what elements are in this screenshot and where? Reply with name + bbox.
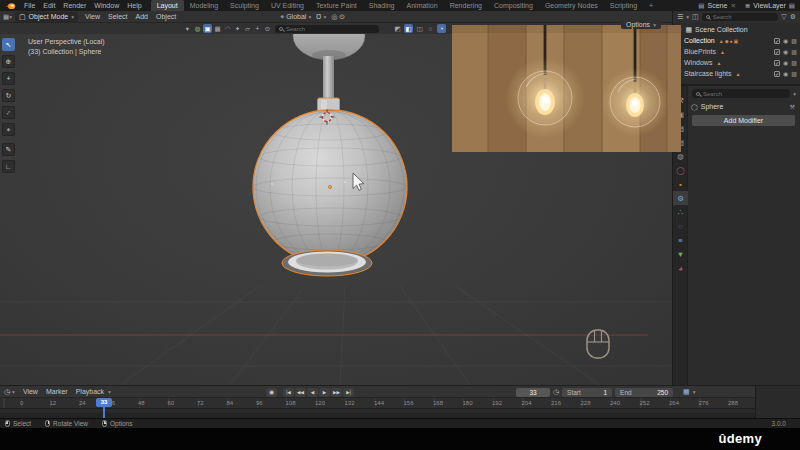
outliner-row-scene-collection[interactable]: ▼ ▦ Scene Collection xyxy=(673,24,800,35)
workspace-tab[interactable]: Shading xyxy=(363,0,401,11)
snap-toggle[interactable]: Ω ▾ xyxy=(316,13,326,20)
chevron-down-icon[interactable]: ▾ xyxy=(693,389,696,395)
tab-material[interactable]: ◕ xyxy=(673,261,688,275)
visibility-extras-icon[interactable]: ⊙ xyxy=(263,24,272,33)
viewport-search-input[interactable]: Search xyxy=(275,25,379,33)
checkbox-icon[interactable]: ✓ xyxy=(774,60,780,66)
tab-world[interactable]: ◯ xyxy=(673,163,688,177)
outliner-collection-icon[interactable]: ◫ xyxy=(692,13,699,21)
shading-wireframe-icon[interactable]: ○ xyxy=(426,24,435,33)
outliner-row[interactable]: Staircase lights ▲ ✓ ◉ ▨ xyxy=(673,68,800,79)
tab-modifiers[interactable]: ⚙ xyxy=(673,191,688,205)
workspace-tab[interactable]: Texture Paint xyxy=(310,0,363,11)
timeline-editor-type[interactable]: ◷ ▾ xyxy=(4,388,15,396)
viewport-menu-item[interactable]: View xyxy=(81,13,104,20)
filter-funnel-icon[interactable]: ▽ xyxy=(781,13,786,21)
tab-physics[interactable]: ◌ xyxy=(673,219,688,233)
outliner-display-icon[interactable]: ☰ xyxy=(677,13,683,21)
viewport-options-button[interactable]: Options ▾ xyxy=(621,20,661,29)
shading-solid-icon[interactable]: ◔ xyxy=(437,24,446,33)
current-frame-field[interactable]: 33 xyxy=(516,388,550,397)
camera-visibility-icon[interactable]: ▨ xyxy=(791,48,797,55)
properties-search-input[interactable]: Search xyxy=(692,89,790,98)
start-frame-field[interactable]: Start 1 xyxy=(562,388,612,397)
workspace-tab[interactable]: Geometry Nodes xyxy=(539,0,604,11)
menu-item[interactable]: Edit xyxy=(39,0,59,11)
play-button[interactable]: ▶ xyxy=(319,388,330,397)
workspace-tab[interactable]: + xyxy=(643,0,659,11)
menu-item[interactable]: Window xyxy=(90,0,123,11)
visibility-curve-icon[interactable]: ◠ xyxy=(223,24,232,33)
play-reverse-button[interactable]: ◀ xyxy=(307,388,318,397)
tool-move[interactable]: + xyxy=(2,72,15,85)
tool-annotate[interactable]: ✎ xyxy=(2,143,15,156)
workspace-tab[interactable]: Rendering xyxy=(444,0,488,11)
tab-object-data[interactable]: ▼ xyxy=(673,247,688,261)
viewport-menu-item[interactable]: Select xyxy=(104,13,131,20)
auto-keying-button[interactable]: ◉ xyxy=(266,388,277,397)
eye-icon[interactable]: ◉ xyxy=(783,48,788,55)
outliner-row[interactable]: BluePrints ▲ ✓ ◉ ▨ xyxy=(673,46,800,57)
workspace-tab[interactable]: Animation xyxy=(401,0,444,11)
checkbox-icon[interactable]: ✓ xyxy=(774,71,780,77)
visibility-mesh-icon[interactable]: ▦ xyxy=(213,24,222,33)
camera-visibility-icon[interactable]: ▨ xyxy=(791,70,797,77)
tab-particles[interactable]: ∴ xyxy=(673,205,688,219)
prev-keyframe-button[interactable]: ◀◀ xyxy=(295,388,306,397)
overlays-toggle-icon[interactable]: ◧ xyxy=(404,24,413,33)
timeline-ruler[interactable]: 0122436486072849610812013214415616818019… xyxy=(0,398,755,408)
checkbox-icon[interactable]: ✓ xyxy=(774,38,780,44)
tool-scale[interactable]: ↕ xyxy=(2,106,15,119)
timeline-menu-item[interactable]: Marker xyxy=(42,388,72,395)
menu-item[interactable]: Help xyxy=(123,0,145,11)
camera-visibility-icon[interactable]: ▨ xyxy=(791,59,797,66)
tool-rotate[interactable]: ↻ xyxy=(2,89,15,102)
viewport-menu-item[interactable]: Object xyxy=(152,13,180,20)
timeline-menu-item[interactable]: View xyxy=(19,388,42,395)
workspace-tab[interactable]: Layout xyxy=(151,0,184,11)
tool-select-box[interactable]: ↖ xyxy=(2,38,15,51)
viewport-menu-item[interactable]: Add xyxy=(132,13,152,20)
scene-name[interactable]: Scene xyxy=(708,2,728,9)
lamp-model[interactable] xyxy=(253,34,407,276)
tab-object[interactable]: ▪ xyxy=(673,177,688,191)
jump-to-end-button[interactable]: ▶| xyxy=(343,388,354,397)
editor-type-chevron-icon[interactable]: ▾ xyxy=(9,14,12,20)
menu-item[interactable]: File xyxy=(20,0,39,11)
tab-constraints[interactable]: ≡ xyxy=(673,233,688,247)
camera-visibility-icon[interactable]: ▨ xyxy=(791,37,797,44)
workspace-tab[interactable]: Scripting xyxy=(604,0,643,11)
outliner-row[interactable]: Collection ▲◆●▣ ✓ ◉ ▨ xyxy=(673,35,800,46)
workspace-tab[interactable]: Compositing xyxy=(488,0,539,11)
tool-transform[interactable]: ⌖ xyxy=(2,123,15,136)
eye-icon[interactable]: ◉ xyxy=(783,70,788,77)
tool-cursor[interactable]: ⊕ xyxy=(2,55,15,68)
workspace-tab[interactable]: Modeling xyxy=(184,0,224,11)
proportional-editing-toggle[interactable]: ◎ ⊙ xyxy=(331,13,345,21)
outliner-options-icon[interactable]: ⚙ xyxy=(790,13,796,21)
proportional-falloff-icon[interactable]: ◍ xyxy=(193,24,202,33)
outliner-search-input[interactable]: Search xyxy=(702,13,779,21)
viewlayer-name[interactable]: ViewLayer xyxy=(753,2,786,9)
eye-icon[interactable]: ◉ xyxy=(783,59,788,66)
mode-dropdown[interactable]: ▢ Object Mode ▾ xyxy=(15,12,78,22)
unlink-icon[interactable]: ✕ xyxy=(730,2,735,10)
tool-measure[interactable]: ∟ xyxy=(2,160,15,173)
visibility-light-icon[interactable]: ✦ xyxy=(233,24,242,33)
viewlayer-photos-icon[interactable]: ▤ xyxy=(789,2,795,10)
add-modifier-button[interactable]: Add Modifier xyxy=(692,115,795,126)
menu-item[interactable]: Render xyxy=(59,0,90,11)
gizmo-toggle-icon[interactable]: ◩ xyxy=(393,24,402,33)
keying-set-icon[interactable]: ▦ xyxy=(683,388,690,396)
blender-logo-icon[interactable] xyxy=(5,2,16,10)
playhead[interactable]: 33 xyxy=(96,398,112,419)
next-keyframe-button[interactable]: ▶▶ xyxy=(331,388,342,397)
eye-icon[interactable]: ◉ xyxy=(783,37,788,44)
chevron-down-icon[interactable]: ▾ xyxy=(793,91,796,97)
end-frame-field[interactable]: End 250 xyxy=(615,388,673,397)
select-mode-icon[interactable]: ▣ xyxy=(203,24,212,33)
xray-toggle-icon[interactable]: ◫ xyxy=(415,24,424,33)
workspace-tab[interactable]: Sculpting xyxy=(224,0,265,11)
dropdown-chevron-icon[interactable]: ▾ xyxy=(183,24,192,33)
orientation-dropdown[interactable]: ⌖ Global ▾ xyxy=(280,13,311,21)
